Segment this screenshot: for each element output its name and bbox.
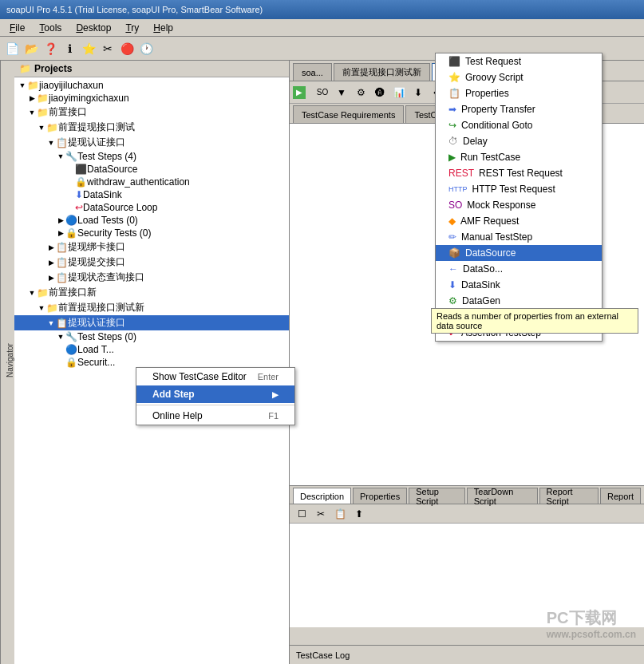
toolbar-icon-1[interactable]: SO	[314, 85, 331, 101]
submenu-mock-response[interactable]: SO Mock Response	[436, 197, 602, 213]
menu-file[interactable]: File	[3, 21, 31, 35]
submenu-datasource[interactable]: 📦 DataSource	[436, 245, 602, 261]
submenu-amf-request[interactable]: ◆ AMF Request	[436, 213, 602, 229]
submenu-label: HTTP Test Request	[472, 184, 555, 195]
submenu-run-testcase[interactable]: ▶ Run TestCase	[436, 149, 602, 165]
tree-item-teststeps4[interactable]: ▼ 🔧 Test Steps (4)	[14, 150, 289, 163]
tree-item-qianzhixin[interactable]: ▼ 📁 前置接口新	[14, 285, 289, 300]
ctx-separator	[136, 405, 294, 405]
tree-label: 提现提交接口	[68, 255, 125, 269]
ctx-show-editor[interactable]: Show TestCase Editor Enter	[136, 368, 294, 385]
project-icon: 📁	[19, 63, 31, 74]
toolbar-icon-6[interactable]: ⬇	[409, 85, 427, 101]
watermark-line2: www.pcsoft.com.cn	[547, 629, 636, 640]
tab-setup[interactable]: Setup Script	[409, 488, 465, 504]
tree-item-tixian-auth[interactable]: ▼ 📋 提现认证接口	[14, 135, 289, 150]
tree-item-datasource-loop[interactable]: ↩ DataSource Loop	[14, 201, 289, 214]
toolbar-new[interactable]: 📄	[3, 40, 21, 57]
expander[interactable]: ▼	[18, 81, 27, 89]
tab-report[interactable]: Report	[600, 488, 641, 504]
toolbar-star[interactable]: ⭐	[80, 40, 97, 57]
tab-requirements[interactable]: TestCase Requirements	[293, 105, 404, 123]
watermark: PC下载网 www.pcsoft.com.cn	[547, 607, 636, 640]
tree-label: 提现状态查询接口	[68, 271, 144, 284]
menu-tools[interactable]: Tools	[33, 21, 68, 35]
tree-item-tixian-auth-new[interactable]: ▼ 📋 提现认证接口	[14, 315, 289, 330]
bottom-toolbar: ☐ ✂ 📋 ⬆	[290, 504, 644, 524]
submenu-property-transfer[interactable]: ➡ Property Transfer	[436, 101, 602, 117]
tree-item-datasink[interactable]: ⬇ DataSink	[14, 188, 289, 201]
project-header: 📁 Projects	[14, 61, 289, 77]
toolbar-icon-4[interactable]: 🅐	[371, 85, 389, 101]
submenu-datasource2[interactable]: ← DataSo...	[436, 261, 602, 277]
tooltip: Reads a number of properties from an ext…	[431, 308, 638, 334]
ctx-add-step[interactable]: Add Step ▶	[136, 385, 294, 403]
tab-qianzhi-new[interactable]: 前置提现接口测试新	[334, 63, 430, 81]
tree-item-bangka[interactable]: ▶ 📋 提现绑卡接口	[14, 239, 289, 255]
tab-teardown[interactable]: TearDown Script	[467, 488, 538, 504]
title-bar: soapUI Pro 4.5.1 (Trial License, soapUI …	[0, 0, 644, 19]
tree-label: 前置提现接口测试	[58, 121, 135, 134]
toolbar-open[interactable]: 📂	[22, 40, 40, 57]
tree-label: DataSink	[83, 189, 122, 200]
play-button[interactable]: ▶	[293, 86, 306, 99]
tree-item-datasource[interactable]: ⬛ DataSource	[14, 163, 289, 176]
toolbar-red[interactable]: 🔴	[118, 40, 136, 57]
submenu-properties[interactable]: 📋 Properties	[436, 85, 602, 101]
tree-item-jiaoyijiluchaxun[interactable]: ▼ 📁 jiaoyijiluchaxun	[14, 79, 289, 92]
tree-label: DataSource Loop	[83, 202, 157, 213]
submenu-datasink[interactable]: ⬇ DataSink	[436, 277, 602, 293]
tree-item-teststeps0[interactable]: ▼ 🔧 Test Steps (0)	[14, 330, 289, 343]
tree-label: Security Tests (0)	[77, 227, 151, 239]
submenu-groovy-script[interactable]: ⭐ Groovy Script	[436, 69, 602, 85]
tab-description[interactable]: Description	[293, 488, 351, 504]
menu-help[interactable]: Help	[147, 21, 180, 35]
tab-properties[interactable]: Properties	[353, 488, 407, 504]
toolbar-cut[interactable]: ✂	[99, 40, 117, 57]
toolbar-info[interactable]: ℹ	[61, 40, 78, 57]
tree-item-tijiao[interactable]: ▶ 📋 提现提交接口	[14, 255, 289, 270]
bottom-btn-up[interactable]: ⬆	[350, 506, 368, 522]
tree-item-securitytests0[interactable]: ▶ 🔒 Security Tests (0)	[14, 227, 289, 239]
submenu-datagen[interactable]: ⚙ DataGen	[436, 293, 602, 309]
toolbar-icon-5[interactable]: 📊	[390, 85, 408, 101]
submenu-http-test[interactable]: HTTP HTTP Test Request	[436, 181, 602, 197]
submenu-label: Property Transfer	[461, 104, 535, 115]
submenu-icon: ✏	[448, 231, 456, 243]
tree-item-qianzhi1[interactable]: ▼ 📁 前置接口	[14, 105, 289, 120]
bottom-btn-paste[interactable]: 📋	[331, 506, 349, 522]
ctx-online-help[interactable]: Online Help F1	[136, 407, 294, 425]
bottom-btn-1[interactable]: ☐	[293, 506, 310, 522]
submenu-icon: 📋	[448, 88, 460, 99]
submenu-rest-test[interactable]: REST REST Test Request	[436, 165, 602, 181]
tree-item-qianzhi-test[interactable]: ▼ 📁 前置提现接口测试	[14, 120, 289, 135]
tree-label: withdraw_authentication	[87, 176, 190, 188]
tab-soa[interactable]: soa...	[293, 63, 332, 81]
tree-item-qianzhi-test-new[interactable]: ▼ 📁 前置提现接口测试新	[14, 300, 289, 315]
tree-item-withdraw-auth[interactable]: 🔒 withdraw_authentication	[14, 176, 289, 188]
menu-desktop[interactable]: Desktop	[69, 21, 117, 35]
bottom-btn-cut[interactable]: ✂	[312, 506, 330, 522]
toolbar-icon-2[interactable]: ▼	[333, 85, 350, 101]
tree-item-chaxun[interactable]: ▶ 📋 提现状态查询接口	[14, 270, 289, 285]
tab-report-script[interactable]: Report Script	[539, 488, 599, 504]
toolbar-clock[interactable]: 🕐	[137, 40, 155, 57]
submenu-label: Test Request	[465, 56, 521, 67]
tab-label: TearDown Script	[474, 487, 531, 506]
submenu-icon: SO	[448, 200, 462, 211]
tree-item-jiaoyimingxichaxun[interactable]: ▶ 📁 jiaoyimingxichaxun	[14, 92, 289, 105]
context-menu: Show TestCase Editor Enter Add Step ▶ On…	[136, 367, 295, 425]
submenu-icon: ⭐	[448, 72, 460, 83]
submenu-test-request[interactable]: ⬛ Test Request	[436, 53, 602, 69]
submenu-conditional-goto[interactable]: ↪ Conditional Goto	[436, 117, 602, 133]
toolbar-help[interactable]: ❓	[41, 40, 59, 57]
toolbar-icon-3[interactable]: ⚙	[352, 85, 369, 101]
tree-label: jiaoyimingxichaxun	[49, 93, 129, 104]
menu-try[interactable]: Try	[119, 21, 145, 35]
add-step-submenu: ⬛ Test Request ⭐ Groovy Script 📋 Propert…	[435, 53, 603, 342]
tree-item-loadT[interactable]: 🔵 Load T...	[14, 343, 289, 356]
tree-item-loadtests0[interactable]: ▶ 🔵 Load Tests (0)	[14, 214, 289, 227]
submenu-manual-teststep[interactable]: ✏ Manual TestStep	[436, 229, 602, 245]
submenu-icon: ⏱	[448, 136, 458, 147]
submenu-delay[interactable]: ⏱ Delay	[436, 133, 602, 149]
